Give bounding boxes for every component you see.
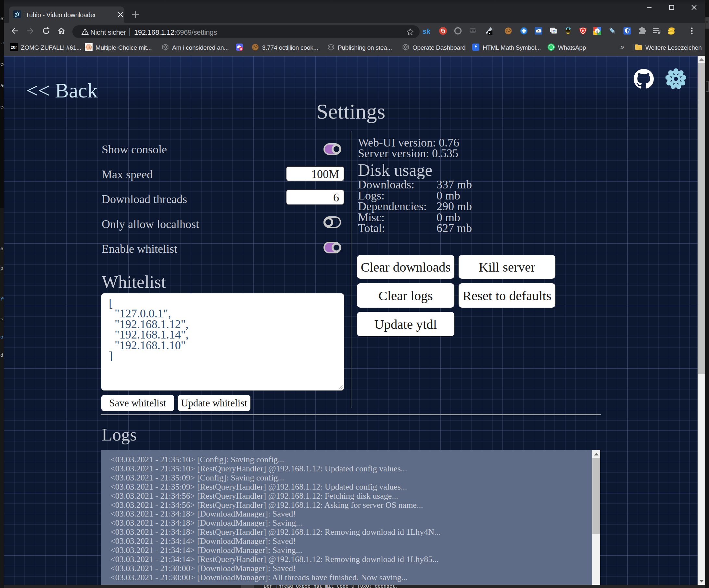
svg-text:3: 3 <box>240 47 242 51</box>
svg-text:g: g <box>596 29 599 33</box>
svg-text:a: a <box>537 29 540 33</box>
svg-text:z0r: z0r <box>11 45 17 50</box>
